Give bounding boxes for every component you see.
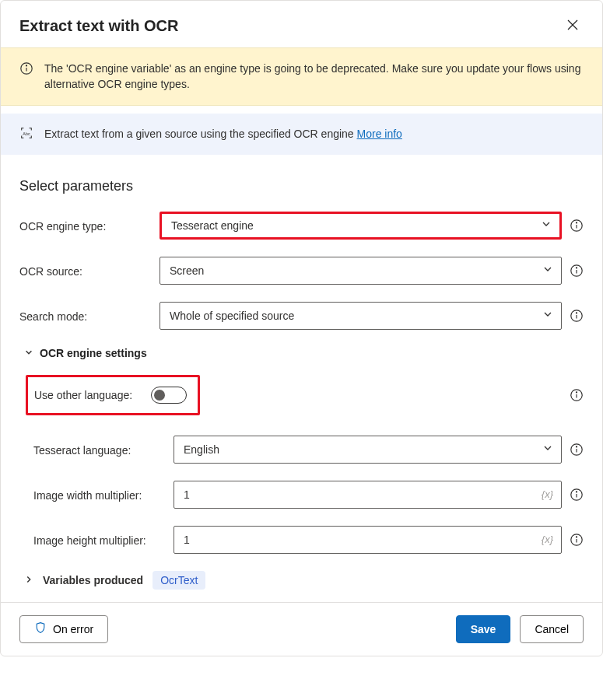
svg-point-23 [576,491,577,492]
row-search-mode: Search mode: Whole of specified source [19,302,584,330]
info-icon[interactable] [570,533,584,547]
ocr-icon: Abc [19,126,33,142]
save-button[interactable]: Save [456,615,511,643]
section-heading: Select parameters [19,178,584,194]
close-icon [566,19,579,33]
toggle-use-other-language[interactable] [151,387,187,404]
chevron-down-icon [24,347,33,359]
on-error-button[interactable]: On error [19,615,108,643]
info-icon[interactable] [570,219,584,233]
input-height-multiplier[interactable]: 1 {x} [174,526,562,554]
dialog-header: Extract text with OCR [1,1,602,47]
chevron-down-icon [542,443,553,456]
variable-token-icon[interactable]: {x} [542,534,553,545]
toggle-knob [154,390,165,401]
label-search-mode: Search mode: [19,309,153,323]
select-value: Screen [170,264,204,277]
info-icon[interactable] [570,309,584,323]
svg-point-8 [576,222,577,222]
cancel-button[interactable]: Cancel [520,615,584,643]
variables-produced-row[interactable]: Variables produced OcrText [24,571,584,590]
label-ocr-engine-type: OCR engine type: [19,219,153,233]
row-use-other-language: Use other language: [19,375,584,415]
more-info-link[interactable]: More info [357,128,402,140]
deprecation-warning-banner: The 'OCR engine variable' as an engine t… [1,47,602,106]
select-value: Tesseract engine [171,219,254,232]
svg-point-20 [576,446,577,446]
description-banner: Abc Extract text from a given source usi… [1,114,602,155]
dialog-footer: On error Save Cancel [1,602,602,656]
dialog-title: Extract text with OCR [19,17,178,35]
chevron-down-icon [542,264,553,277]
info-icon[interactable] [570,488,584,502]
on-error-label: On error [53,623,93,635]
svg-point-26 [576,536,577,537]
svg-point-17 [576,391,577,392]
engine-settings-label: OCR engine settings [40,347,147,359]
variable-badge-ocrtext[interactable]: OcrText [153,571,205,590]
row-ocr-engine-type: OCR engine type: Tesseract engine [19,212,584,240]
close-button[interactable] [562,15,584,37]
svg-point-11 [576,267,577,268]
chevron-right-icon [24,574,33,586]
row-height-multiplier: Image height multiplier: 1 {x} [19,526,584,554]
save-label: Save [471,623,496,635]
description-text: Extract text from a given source using t… [44,128,402,140]
variable-token-icon[interactable]: {x} [542,488,553,500]
description-text-content: Extract text from a given source using t… [44,128,354,140]
select-ocr-engine-type[interactable]: Tesseract engine [160,212,562,240]
select-value: English [184,443,219,456]
label-height-multiplier: Image height multiplier: [19,533,167,547]
use-other-language-highlight: Use other language: [26,375,200,415]
info-icon[interactable] [570,388,584,402]
warning-text: The 'OCR engine variable' as an engine t… [44,61,584,93]
dialog-extract-text-ocr: Extract text with OCR The 'OCR engine va… [0,0,603,656]
select-search-mode[interactable]: Whole of specified source [160,302,562,330]
label-ocr-source: OCR source: [19,264,153,278]
svg-point-14 [576,312,577,313]
row-ocr-source: OCR source: Screen [19,257,584,285]
label-tesseract-language: Tesseract language: [19,443,167,457]
row-width-multiplier: Image width multiplier: 1 {x} [19,481,584,509]
row-tesseract-language: Tesseract language: English [19,436,584,464]
cancel-label: Cancel [535,623,569,635]
shield-icon [34,621,47,636]
chevron-down-icon [541,219,552,232]
input-value: 1 [184,534,190,546]
info-icon[interactable] [570,443,584,457]
input-width-multiplier[interactable]: 1 {x} [174,481,562,509]
chevron-down-icon [542,309,553,322]
info-icon [19,61,33,78]
variables-produced-label: Variables produced [43,574,143,586]
ocr-engine-settings-header[interactable]: OCR engine settings [24,347,584,359]
svg-text:Abc: Abc [23,131,30,135]
info-icon[interactable] [570,264,584,278]
input-value: 1 [184,488,190,501]
dialog-body: Select parameters OCR engine type: Tesse… [1,155,602,602]
select-ocr-source[interactable]: Screen [160,257,562,285]
svg-point-4 [26,65,26,66]
label-use-other-language: Use other language: [34,389,132,401]
select-value: Whole of specified source [170,310,294,322]
select-tesseract-language[interactable]: English [174,436,562,464]
label-width-multiplier: Image width multiplier: [19,488,167,502]
